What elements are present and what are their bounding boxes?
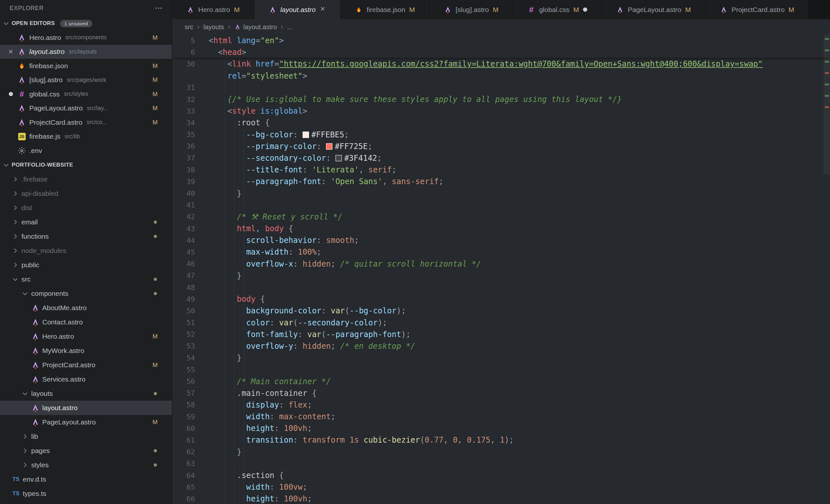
code-line-30[interactable]: 30 <link href="https://fonts.googleapis.… [172,58,830,70]
code-line-35[interactable]: 35 --bg-color: #FFEBE5; [172,129,830,141]
more-actions-icon[interactable] [154,4,163,12]
code-line-60[interactable]: 60 height: 100vh; [172,423,830,434]
code-line-32[interactable]: 32 {/* Use is:global to make sure these … [172,94,830,105]
tab-global-css[interactable]: #global.cssM [513,0,602,19]
code-line-40[interactable]: 40 } [172,188,830,199]
chevron-right-icon [12,219,19,226]
open-editor-global-css[interactable]: #global.csssrc/stylesM [0,87,172,101]
code-line-33[interactable]: 33 <style is:global> [172,105,830,117]
chevron-right-icon [12,261,19,269]
code-line-58[interactable]: 58 display: flex; [172,399,830,411]
tree-item-public[interactable]: public [0,258,172,272]
code-line-57[interactable]: 57 .main-container { [172,388,830,399]
code-line-48[interactable]: 48 [172,281,830,293]
tree-item-services-astro[interactable]: Services.astro [0,372,172,387]
code-line-6[interactable]: 6 <head> [172,46,830,58]
code-line-46[interactable]: 46 overflow-x: hidden; /* quitar scroll … [172,258,830,270]
git-modified-badge: M [152,333,158,340]
tab-slug-astro[interactable]: [slug].astroM [429,0,513,19]
code-line-50[interactable]: 50 background-color: var(--bg-color); [172,305,830,316]
code-line-43[interactable]: 43 html, body { [172,223,830,234]
code-line-64[interactable]: 64 .section { [172,470,830,481]
code-text: <head> [209,48,246,57]
code-text: /* ⚒ Reset y scroll */ [209,212,343,222]
astro-icon [31,361,40,369]
tree-item-styles[interactable]: styles [0,458,172,472]
tree-item-types-ts[interactable]: TStypes.ts [0,486,172,501]
tree-item-lib[interactable]: lib [0,429,172,444]
tree-item-pages[interactable]: pages [0,444,172,458]
tree-item-projectcard-astro[interactable]: ProjectCard.astroM [0,358,172,372]
breadcrumb-item-layouts[interactable]: layouts [203,23,224,31]
tree-item-dist[interactable]: dist [0,201,172,215]
open-editor-pagelayout-astro[interactable]: PageLayout.astrosrc/lay...M [0,101,172,115]
tree-item-contact-astro[interactable]: Contact.astro [0,315,172,329]
code-line-51[interactable]: 51 color: var(--secondary-color); [172,317,830,329]
breadcrumb-item-src[interactable]: src [185,23,193,31]
code-line-61[interactable]: 61 transition: transform 1s cubic-bezier… [172,434,830,446]
code-line-54[interactable]: 54 } [172,352,830,364]
tree-item-layouts[interactable]: layouts [0,387,172,401]
tree-item-aboutme-astro[interactable]: AboutMe.astro [0,301,172,315]
tree-item-src[interactable]: src [0,272,172,287]
tree-item-firebase[interactable]: .firebase [0,172,172,187]
tab-hero-astro[interactable]: Hero.astroM [172,0,254,19]
code-line-45[interactable]: 45 max-width: 100%; [172,246,830,258]
code-line-36[interactable]: 36 --primary-color: #FF725E; [172,141,830,152]
line-number: 6 [172,48,209,56]
code-line-56[interactable]: 56 /* Main container */ [172,375,830,387]
tree-item-env-d-ts[interactable]: TSenv.d.ts [0,472,172,486]
code-line-31[interactable]: 31 [172,82,830,94]
tree-item-node-modules[interactable]: node_modules [0,243,172,258]
code-line-44[interactable]: 44 scroll-behavior: smooth; [172,234,830,246]
folder-name: email [22,218,38,226]
code-line-66[interactable]: 66 height: 100vh; [172,493,830,504]
code-line-47[interactable]: 47 } [172,270,830,281]
tab-firebase-json[interactable]: firebase.jsonM [341,0,429,19]
code-line-63[interactable]: 63 [172,458,830,470]
folder-name: .firebase [22,175,48,183]
breadcrumb-item-layout-astro[interactable]: layout.astro [234,23,277,31]
code-line-38[interactable]: 38 --title-font: 'Literata', serif; [172,164,830,176]
code-line-62[interactable]: 62 } [172,446,830,458]
tree-item-pagelayout-astro[interactable]: PageLayout.astroM [0,415,172,429]
close-icon[interactable] [319,5,326,14]
code-text: } [209,353,242,362]
open-editor-projectcard-astro[interactable]: ProjectCard.astrosrc/co...M [0,115,172,130]
open-editor-slug-astro[interactable]: [slug].astrosrc/pages/workM [0,73,172,87]
project-section-header[interactable]: PORTFOLIO-WEBSITE [0,158,172,172]
code-line-34[interactable]: 34 :root { [172,117,830,129]
open-editor-hero-astro[interactable]: Hero.astrosrc/componentsM [0,31,172,45]
tree-item-mywork-astro[interactable]: MyWork.astro [0,344,172,358]
open-editor-firebase-js[interactable]: JSfirebase.jssrc/lib [0,130,172,144]
code-line-5[interactable]: 5<html lang="en"> [172,35,830,46]
code-line-39[interactable]: 39 --paragraph-font: 'Open Sans', sans-s… [172,176,830,188]
open-editor-firebase-json[interactable]: firebase.jsonM [0,59,172,73]
tree-item-email[interactable]: email [0,215,172,229]
code-line-42[interactable]: 42 /* ⚒ Reset y scroll */ [172,211,830,223]
code-line-wrap[interactable]: rel="stylesheet"> [172,70,830,82]
overview-ruler[interactable] [824,35,830,504]
tree-item-layout-astro[interactable]: layout.astro [0,401,172,415]
code-line-49[interactable]: 49 body { [172,293,830,305]
tree-item-api-disabled[interactable]: api-disabled [0,187,172,201]
tree-item-functions[interactable]: functions [0,229,172,243]
code-line-37[interactable]: 37 --secondary-color: #3F4142; [172,152,830,164]
tree-item-components[interactable]: components [0,287,172,301]
tab-layout-astro[interactable]: layout.astro [254,0,341,19]
tree-item-hero-astro[interactable]: Hero.astroM [0,329,172,344]
code-line-59[interactable]: 59 width: max-content; [172,411,830,423]
open-editor-layout-astro[interactable]: layout.astrosrc/layouts [0,45,172,59]
code-line-52[interactable]: 52 font-family: var(--paragraph-font); [172,329,830,340]
code-line-55[interactable]: 55 [172,364,830,375]
breadcrumb-item-[interactable]: ... [287,23,292,31]
code-line-53[interactable]: 53 overflow-y: hidden; /* en desktop */ [172,340,830,352]
open-editors-header[interactable]: OPEN EDITORS 1 unsaved [0,16,172,31]
open-editor-env[interactable]: .env [0,143,172,158]
code-line-41[interactable]: 41 [172,199,830,211]
code-line-65[interactable]: 65 width: 100vw; [172,481,830,493]
scrollbar-thumb[interactable] [824,35,830,174]
tab-projectcard-astro[interactable]: ProjectCard.astroM [705,0,809,19]
tab-pagelayout-astro[interactable]: PageLayout.astroM [602,0,705,19]
close-icon[interactable] [4,48,18,55]
